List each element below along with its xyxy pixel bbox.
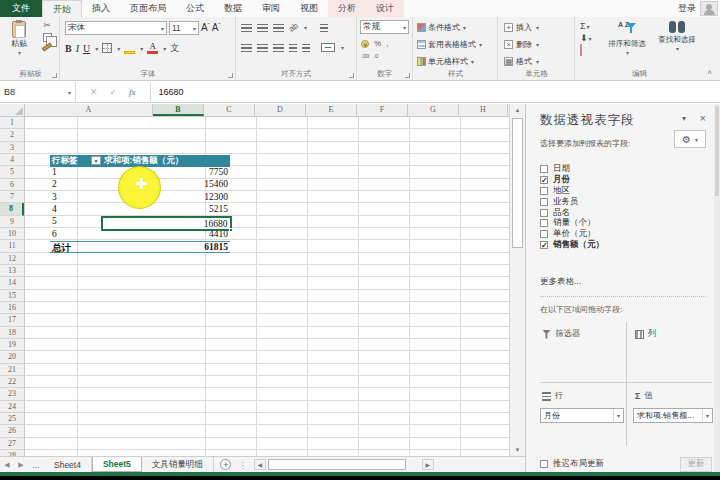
sheet-tab[interactable]: Sheet4 xyxy=(44,457,92,472)
scroll-left-arrow[interactable]: ◀ xyxy=(254,459,266,470)
chevron-down-icon[interactable]: ▾ xyxy=(140,45,143,52)
format-painter-icon[interactable] xyxy=(42,42,52,51)
row-header[interactable]: 14 xyxy=(0,277,24,289)
sheet-nav-next-icon[interactable]: ▶ xyxy=(14,457,28,472)
column-header[interactable]: F xyxy=(357,104,408,116)
row-header[interactable]: 22 xyxy=(0,376,24,388)
ribbon-tab[interactable]: 页面布局 xyxy=(120,0,176,17)
cancel-button[interactable]: ✕ xyxy=(90,87,98,97)
fill-handle[interactable] xyxy=(229,228,233,232)
format-as-table-button[interactable]: 套用表格格式 ▾ xyxy=(417,39,482,50)
cell-styles-button[interactable]: 单元格样式 ▾ xyxy=(417,56,474,67)
column-header[interactable]: A xyxy=(25,104,153,116)
row-header[interactable]: 3 xyxy=(0,142,24,154)
ribbon-tab[interactable]: 开始 xyxy=(42,0,82,17)
italic-button[interactable]: I xyxy=(76,43,79,54)
user-avatar-icon[interactable] xyxy=(700,1,718,16)
align-bottom-icon[interactable] xyxy=(273,24,284,32)
row-header[interactable]: 5 xyxy=(0,166,24,178)
orientation-icon[interactable]: ab xyxy=(287,21,299,33)
field-checkbox[interactable] xyxy=(540,230,548,238)
align-left-icon[interactable] xyxy=(241,44,252,52)
column-header[interactable]: C xyxy=(204,104,255,116)
cut-icon[interactable]: ✂ xyxy=(43,21,51,30)
row-header[interactable]: 7 xyxy=(0,191,24,203)
vertical-scroll-thumb[interactable] xyxy=(512,118,523,248)
find-select-button[interactable]: 查找和选择 ▾ xyxy=(654,21,700,52)
row-header[interactable]: 4 xyxy=(0,154,24,166)
increase-decimal-icon[interactable]: .00 xyxy=(361,53,369,59)
row-header[interactable]: 8 xyxy=(0,203,24,215)
alignment-dialog-launcher[interactable] xyxy=(349,73,354,78)
field-item[interactable]: 日期 xyxy=(540,164,704,175)
align-center-icon[interactable] xyxy=(257,44,268,52)
row-header[interactable]: 17 xyxy=(0,314,24,326)
accounting-format-icon[interactable]: ￥ xyxy=(361,40,369,48)
name-box[interactable]: B8 ▾ xyxy=(0,82,76,103)
ribbon-tab[interactable]: 插入 xyxy=(82,0,120,17)
align-middle-icon[interactable] xyxy=(257,24,268,32)
align-right-icon[interactable] xyxy=(273,44,284,52)
row-header[interactable]: 23 xyxy=(0,388,24,400)
row-header[interactable]: 11 xyxy=(0,240,24,252)
defer-layout-checkbox[interactable] xyxy=(540,460,548,468)
autosum-button[interactable]: Σ▾ xyxy=(580,21,592,31)
row-header[interactable]: 12 xyxy=(0,253,24,265)
column-header[interactable]: E xyxy=(306,104,357,116)
decrease-indent-icon[interactable] xyxy=(289,44,297,52)
copy-icon[interactable] xyxy=(43,33,52,42)
clipboard-dialog-launcher[interactable] xyxy=(52,73,57,78)
more-tables-link[interactable]: 更多表格... xyxy=(540,276,581,288)
percent-style-icon[interactable]: % xyxy=(374,39,381,48)
chevron-down-icon[interactable]: ▾ xyxy=(163,45,166,52)
insert-cells-button[interactable]: + 插入 ▾ xyxy=(504,22,539,33)
fill-color-button[interactable] xyxy=(124,43,135,54)
row-header[interactable]: 2 xyxy=(0,129,24,141)
increase-indent-icon[interactable] xyxy=(302,44,310,52)
column-header[interactable]: G xyxy=(408,104,459,116)
scroll-down-arrow[interactable]: ▼ xyxy=(511,444,524,456)
wrap-text-icon[interactable] xyxy=(320,24,328,32)
sheet-nav-prev-icon[interactable]: ◀ xyxy=(0,457,14,472)
shrink-font-button[interactable]: Aˇ xyxy=(212,22,221,33)
chevron-down-icon[interactable]: ▾ xyxy=(341,44,344,51)
row-header[interactable]: 24 xyxy=(0,401,24,413)
number-dialog-launcher[interactable] xyxy=(405,73,410,78)
row-header[interactable]: 26 xyxy=(0,425,24,437)
bold-button[interactable]: B xyxy=(65,43,72,54)
align-top-icon[interactable] xyxy=(241,24,252,32)
grow-font-button[interactable]: Aˆ xyxy=(201,22,210,33)
comma-style-icon[interactable]: , xyxy=(386,39,388,48)
insert-function-button[interactable]: fx xyxy=(129,87,136,97)
field-checkbox[interactable] xyxy=(540,165,548,173)
chevron-down-icon[interactable]: ▾ xyxy=(117,45,120,52)
column-header[interactable]: D xyxy=(255,104,306,116)
ribbon-tab[interactable]: 视图 xyxy=(290,0,328,17)
format-cells-button[interactable]: ▦ 格式 ▾ xyxy=(504,56,539,67)
field-item[interactable]: 品名 xyxy=(540,207,704,218)
rows-area-field[interactable]: 月份 ▾ xyxy=(540,408,624,423)
select-all-corner[interactable] xyxy=(0,104,25,117)
field-checkbox[interactable] xyxy=(540,176,548,184)
decrease-decimal-icon[interactable]: .0 xyxy=(373,53,378,59)
scroll-up-arrow[interactable]: ▲ xyxy=(511,104,524,116)
delete-cells-button[interactable]: × 删除 ▾ xyxy=(504,39,539,50)
update-button[interactable]: 更新 xyxy=(680,457,712,472)
sheet-tab[interactable]: Sheet5 xyxy=(92,457,142,472)
field-item[interactable]: 销售额（元） xyxy=(540,240,704,251)
row-header[interactable]: 25 xyxy=(0,413,24,425)
conditional-formatting-button[interactable]: 条件格式 ▾ xyxy=(417,22,466,33)
column-header[interactable]: B xyxy=(153,104,204,116)
field-item[interactable]: 地区 xyxy=(540,186,704,197)
pane-scrollbar[interactable] xyxy=(714,104,720,472)
field-checkbox[interactable] xyxy=(540,241,548,249)
font-size-combobox[interactable]: 11▾ xyxy=(169,21,199,35)
phonetic-guide-button[interactable]: 文 xyxy=(170,42,179,55)
row-header[interactable]: 18 xyxy=(0,327,24,339)
vertical-scrollbar[interactable]: ▲ ▼ xyxy=(509,104,525,456)
clear-button[interactable] xyxy=(580,45,592,55)
paste-button[interactable]: 粘贴 ▾ xyxy=(6,21,32,69)
chevron-down-icon[interactable]: ▾ xyxy=(95,45,98,52)
enter-button[interactable]: ✓ xyxy=(110,87,118,97)
row-header[interactable]: 21 xyxy=(0,364,24,376)
